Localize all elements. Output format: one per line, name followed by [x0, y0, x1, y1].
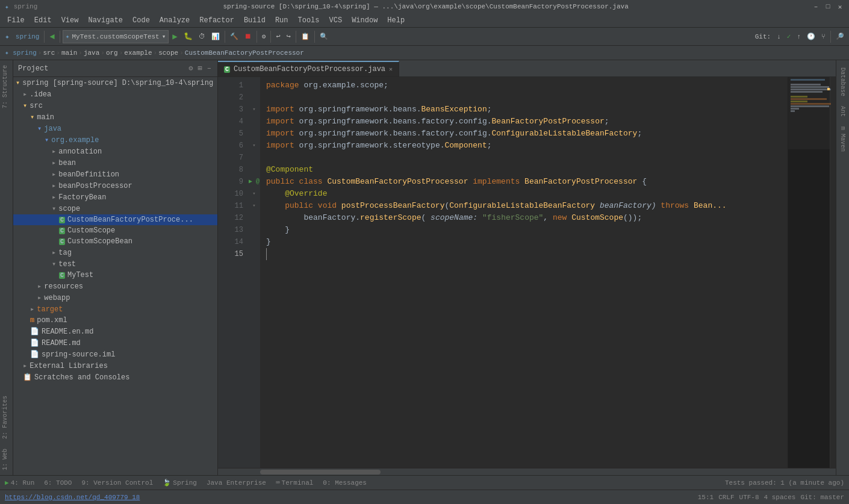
breadcrumb-scope[interactable]: scope [158, 49, 178, 57]
todo-tool-btn[interactable]: 6: TODO [42, 479, 74, 487]
tree-item-test[interactable]: ▾ test [13, 258, 217, 270]
charset[interactable]: UTF-8 [739, 494, 759, 501]
tree-item-target[interactable]: ▸ target [13, 303, 217, 315]
tree-item-resources[interactable]: ▸ resources [13, 281, 217, 292]
git-commit-btn[interactable]: ✓ [785, 30, 794, 44]
tree-item-FactoryBean[interactable]: ▸ FactoryBean [13, 191, 217, 203]
tree-item-beanDefinition[interactable]: ▸ beanDefinition [13, 169, 217, 180]
tree-item-CustomScopeBean[interactable]: C CustomScopeBean [13, 236, 217, 247]
sidebar-layout-btn[interactable]: ⊞ [197, 63, 204, 74]
sidebar-collapse-btn[interactable]: – [206, 63, 213, 74]
run-button[interactable]: ▶ [170, 30, 179, 44]
menu-build[interactable]: Build [239, 15, 270, 26]
vertical-scrollbar[interactable] [830, 77, 836, 468]
structure-panel-toggle[interactable]: 7: Structure [0, 60, 13, 113]
tab-CustomBeanFactory[interactable]: C CustomBeanFactoryPostProcessor.java ✕ [218, 61, 399, 76]
menu-run[interactable]: Run [270, 15, 293, 26]
tab-close-btn[interactable]: ✕ [389, 66, 393, 73]
bottom-toolbar: ▶ 4: Run 6: TODO 9: Version Control 🍃 Sp… [0, 475, 849, 490]
git-branches-btn[interactable]: ⑂ [819, 30, 828, 44]
menu-edit[interactable]: Edit [30, 15, 57, 26]
indent[interactable]: 4 spaces [764, 494, 796, 501]
tree-item-java[interactable]: ▾ java [13, 123, 217, 134]
terminal-tool-btn[interactable]: ⌨ Terminal [273, 479, 316, 487]
breadcrumb-file[interactable]: CustomBeanFactoryPostProcessor [185, 49, 304, 57]
tree-item-pom[interactable]: m pom.xml [13, 315, 217, 326]
tree-item-main[interactable]: ▾ main [13, 111, 217, 123]
debug-button[interactable]: 🐛 [181, 30, 195, 44]
cursor-position[interactable]: 15:1 [698, 494, 714, 501]
git-update-btn[interactable]: ↓ [774, 30, 783, 44]
menu-vcs[interactable]: VCS [325, 15, 347, 26]
ant-panel-toggle[interactable]: Ant [838, 101, 847, 122]
spring-tool-btn[interactable]: 🍃 Spring [160, 479, 199, 487]
search-everywhere-btn[interactable]: 🔎 [833, 30, 847, 44]
menu-tools[interactable]: Tools [293, 15, 325, 26]
vcs-tool-btn[interactable]: 9: Version Control [79, 479, 155, 487]
java-enterprise-tool-btn[interactable]: Java Enterprise [204, 479, 269, 487]
code-content[interactable]: package org.example.scope; import org.sp… [260, 77, 788, 468]
menu-view[interactable]: View [57, 15, 84, 26]
tree-item-scratches[interactable]: 📋 Scratches and Consoles [13, 372, 217, 383]
breadcrumb-main[interactable]: main [61, 49, 77, 57]
tree-item-annotation[interactable]: ▸ annotation [13, 146, 217, 157]
breadcrumb-example[interactable]: example [124, 49, 152, 57]
menu-window[interactable]: Window [347, 15, 382, 26]
tree-item-CustomBeanFactoryPostProcessor[interactable]: C CustomBeanFactoryPostProce... [13, 214, 217, 225]
tree-item-src[interactable]: ▾ src [13, 100, 217, 111]
tree-item-CustomScope[interactable]: C CustomScope [13, 225, 217, 236]
messages-tool-btn[interactable]: 0: Messages [320, 479, 369, 487]
run-config-dropdown[interactable]: ✦ MyTest.customScopeTest ▾ [63, 30, 169, 43]
web-toggle[interactable]: 1: Web [0, 444, 13, 475]
tree-item-bean[interactable]: ▸ bean [13, 157, 217, 169]
breadcrumb-spring[interactable]: ✦ spring [5, 49, 37, 57]
menu-refactor[interactable]: Refactor [194, 15, 239, 26]
copy-path-button[interactable]: 📋 [299, 30, 312, 44]
tree-item-org-example[interactable]: ▾ org.example [13, 134, 217, 146]
search-button[interactable]: 🔍 [317, 30, 331, 44]
status-url[interactable]: https://blog.csdn.net/qd_409779 18 [5, 494, 140, 501]
breadcrumb-org[interactable]: org [106, 49, 118, 57]
tree-item-readme-en[interactable]: 📄 README.en.md [13, 326, 217, 337]
tree-item-external-libs[interactable]: ▸ External Libraries [13, 360, 217, 372]
maven-panel-toggle[interactable]: m Maven [838, 122, 847, 157]
database-panel-toggle[interactable]: Database [838, 63, 847, 101]
profile-button[interactable]: 📊 [209, 30, 222, 44]
close-button[interactable]: ✕ [836, 2, 844, 11]
stop-button[interactable]: ⏹ [242, 30, 254, 44]
horizontal-scrollbar[interactable] [260, 470, 381, 474]
git-push-btn[interactable]: ↑ [794, 30, 803, 44]
git-branch[interactable]: Git: master [800, 494, 844, 501]
maximize-button[interactable]: □ [824, 2, 832, 11]
menu-code[interactable]: Code [128, 15, 155, 26]
menu-analyze[interactable]: Analyze [155, 15, 194, 26]
sidebar-title: Project [18, 64, 185, 73]
menu-help[interactable]: Help [382, 15, 409, 26]
breadcrumb-java[interactable]: java [84, 49, 99, 57]
sidebar-settings-btn[interactable]: ⚙ [187, 63, 194, 74]
menu-navigate[interactable]: Navigate [83, 15, 128, 26]
git-history-btn[interactable]: 🕐 [804, 30, 818, 44]
toolbar-back-btn[interactable]: ◄ [47, 30, 57, 44]
settings-button[interactable]: ⚙ [260, 30, 269, 44]
line-separator[interactable]: CRLF [718, 494, 734, 501]
build-button[interactable]: 🔨 [228, 30, 241, 44]
tree-item-spring-root[interactable]: ▾ spring [spring-source] D:\spring_10-4\… [13, 77, 217, 89]
menu-file[interactable]: File [2, 15, 30, 26]
tree-item-tag[interactable]: ▸ tag [13, 247, 217, 258]
tree-item-readme[interactable]: 📄 README.md [13, 337, 217, 349]
breadcrumb-src[interactable]: src [43, 49, 55, 57]
minimize-button[interactable]: – [812, 2, 820, 11]
tree-item-iml[interactable]: 📄 spring-source.iml [13, 349, 217, 360]
tree-item-beanPostProcessor[interactable]: ▸ beanPostProcessor [13, 180, 217, 191]
code-editor[interactable]: 1 2 3 4 5 6 7 8 9 10 11 12 13 14 15 [218, 77, 836, 468]
undo-button[interactable]: ↩ [273, 30, 282, 44]
tree-item-scope[interactable]: ▾ scope [13, 203, 217, 214]
tree-item-MyTest[interactable]: C MyTest [13, 270, 217, 281]
favorites-toggle[interactable]: 2: Favorites [0, 391, 13, 444]
redo-button[interactable]: ↪ [284, 30, 293, 44]
coverage-button[interactable]: ⏱ [196, 30, 208, 44]
run-tool-btn[interactable]: ▶ 4: Run [2, 479, 37, 487]
tree-item-idea[interactable]: ▸ .idea [13, 89, 217, 100]
tree-item-webapp[interactable]: ▸ webapp [13, 292, 217, 303]
